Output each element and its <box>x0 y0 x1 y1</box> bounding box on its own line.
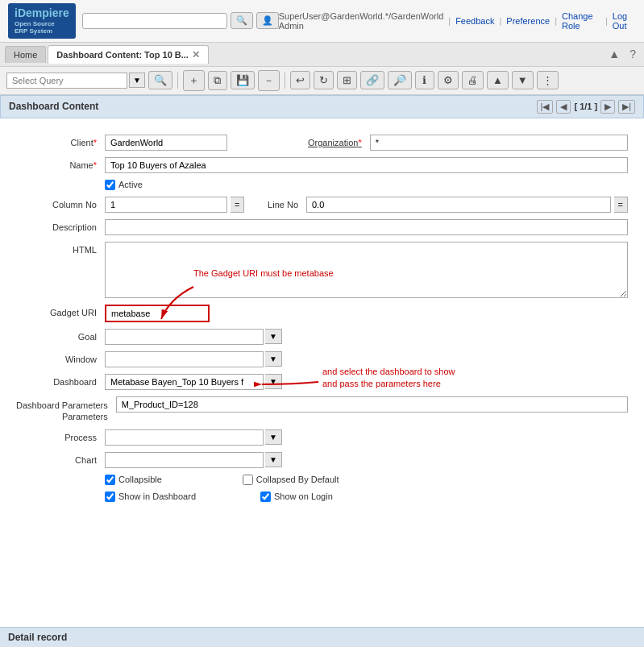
nav-first-button[interactable]: |◀ <box>537 100 554 114</box>
active-label[interactable]: Active <box>118 180 143 189</box>
toolbar: ▼ 🔍 ＋ ⧉ 💾 － ↩ ↻ ⊞ 🔗 🔎 ℹ ⚙ 🖨 ▲ ▼ ⋮ <box>0 67 644 95</box>
dashboard-dropdown-button[interactable]: ▼ <box>265 374 282 389</box>
line-no-input[interactable] <box>306 197 611 213</box>
name-input[interactable] <box>105 157 628 173</box>
goal-input[interactable] <box>105 329 264 345</box>
logo: iDempiere Open Source ERP System <box>8 3 76 39</box>
select-query-dropdown-button[interactable]: ▼ <box>129 73 145 88</box>
chart-label: Chart <box>16 452 97 465</box>
description-label: Description <box>16 219 97 232</box>
column-no-group: = <box>105 197 185 213</box>
select-query-input[interactable] <box>6 73 127 89</box>
sep3: | <box>555 16 557 26</box>
tab-bar: Home Dashboard Content: Top 10 B... ✕ ▲ … <box>0 43 644 67</box>
preference-link[interactable]: Preference <box>506 16 550 26</box>
tab-home[interactable]: Home <box>5 46 46 63</box>
nav-next-button[interactable]: ▶ <box>600 100 615 114</box>
process-input[interactable] <box>105 429 264 446</box>
change-role-link[interactable]: Change Role <box>562 11 600 31</box>
global-search-input[interactable] <box>82 13 227 29</box>
toolbar-info-button[interactable]: ℹ <box>415 71 434 89</box>
chart-dropdown-button[interactable]: ▼ <box>265 452 282 467</box>
active-checkbox[interactable] <box>105 180 115 190</box>
html-textarea[interactable] <box>105 242 628 298</box>
toolbar-gear-button[interactable]: ⚙ <box>438 71 459 89</box>
toolbar-grid-button[interactable]: ⊞ <box>337 71 357 89</box>
show-row: Show in Dashboard Show on Login <box>105 491 628 502</box>
html-label: HTML <box>16 242 97 255</box>
collapsed-by-default-checkbox[interactable] <box>243 475 253 485</box>
tab-actions: ▲ ? <box>605 46 639 62</box>
feedback-link[interactable]: Feedback <box>455 16 494 26</box>
line-no-label: Line No <box>250 197 298 209</box>
log-out-link[interactable]: Log Out <box>613 11 636 31</box>
dashboard-params-input[interactable] <box>116 396 628 413</box>
search-button[interactable]: 🔍 <box>231 12 253 29</box>
toolbar-separator-1 <box>177 73 178 89</box>
toolbar-more-button[interactable]: ⋮ <box>537 71 559 89</box>
nav-info: [ 1/1 ] <box>574 102 597 111</box>
user-icon-button[interactable]: 👤 <box>256 12 279 29</box>
toolbar-attach-button[interactable]: 🔗 <box>360 71 384 89</box>
toolbar-copy-button[interactable]: ⧉ <box>208 71 227 90</box>
collapsed-by-default-label[interactable]: Collapsed By Default <box>256 475 339 484</box>
client-org-row: Client* Organization* <box>16 135 628 151</box>
description-input[interactable] <box>105 219 628 235</box>
bottom-bar: Detail record <box>0 627 644 647</box>
name-row: Name* <box>16 157 628 173</box>
show-on-login-checkbox[interactable] <box>260 491 271 502</box>
toolbar-save-button[interactable]: 💾 <box>231 71 255 89</box>
html-row: HTML <box>16 242 628 298</box>
org-input[interactable] <box>370 135 628 151</box>
toolbar-refresh-button[interactable]: ↻ <box>314 71 334 89</box>
toolbar-delete-button[interactable]: － <box>258 70 280 91</box>
dashboard-row: Dashboard ▼ and select the dashboard to … <box>16 374 628 390</box>
column-line-row: Column No = Line No = <box>16 197 628 213</box>
goal-select-wrapper: ▼ <box>105 329 282 345</box>
line-no-calc-button[interactable]: = <box>614 197 628 213</box>
window-dropdown-button[interactable]: ▼ <box>265 351 282 367</box>
toolbar-nav-down-button[interactable]: ▼ <box>512 71 534 89</box>
gadget-uri-input[interactable] <box>105 305 210 322</box>
toolbar-search-button[interactable]: 🔍 <box>148 71 172 89</box>
toolbar-separator-2 <box>285 73 285 89</box>
dashboard-params-row: Dashboard Parameters Parameters <box>16 396 628 423</box>
nav-last-button[interactable]: ▶| <box>618 100 635 114</box>
window-label: Window <box>16 351 97 364</box>
tab-dashboard-label: Dashboard Content: Top 10 B... <box>56 50 189 60</box>
collapsible-label[interactable]: Collapsible <box>118 475 162 484</box>
toolbar-print-button[interactable]: 🖨 <box>462 71 484 89</box>
toolbar-nav-up-button[interactable]: ▲ <box>487 71 509 89</box>
window-input[interactable] <box>105 351 264 367</box>
section-header: Dashboard Content |◀ ◀ [ 1/1 ] ▶ ▶| <box>0 95 644 118</box>
top-bar-left: iDempiere Open Source ERP System 🔍 👤 <box>8 3 279 39</box>
tab-dashboard-content[interactable]: Dashboard Content: Top 10 B... ✕ <box>48 45 209 64</box>
nav-prev-button[interactable]: ◀ <box>556 100 571 114</box>
tab-home-label: Home <box>14 50 37 60</box>
dashboard-label: Dashboard <box>16 374 97 387</box>
tab-scroll-up-button[interactable]: ▲ <box>605 46 623 62</box>
toolbar-undo-button[interactable]: ↩ <box>290 71 310 89</box>
collapsible-group: Collapsible <box>105 475 162 485</box>
dashboard-input[interactable] <box>105 374 264 390</box>
show-in-dashboard-label[interactable]: Show in Dashboard <box>118 491 196 501</box>
user-info: SuperUser@GardenWorld.*/GardenWorld Admi… <box>279 11 444 31</box>
client-label: Client* <box>16 135 97 147</box>
goal-dropdown-button[interactable]: ▼ <box>265 329 282 344</box>
column-no-label: Column No <box>16 197 97 209</box>
tab-help-button[interactable]: ? <box>626 46 639 62</box>
toolbar-new-button[interactable]: ＋ <box>183 70 205 91</box>
column-no-calc-button[interactable]: = <box>231 197 244 213</box>
process-dropdown-button[interactable]: ▼ <box>265 429 282 445</box>
collapsible-checkbox[interactable] <box>105 475 115 485</box>
close-tab-icon[interactable]: ✕ <box>192 49 200 60</box>
chart-input[interactable] <box>105 452 264 468</box>
process-select-wrapper: ▼ <box>105 429 282 446</box>
client-input[interactable] <box>105 135 227 151</box>
toolbar-zoom-button[interactable]: 🔎 <box>388 71 412 89</box>
show-in-dashboard-checkbox[interactable] <box>105 491 115 502</box>
column-no-input[interactable] <box>105 197 227 213</box>
show-on-login-label[interactable]: Show on Login <box>274 491 333 501</box>
goal-row: Goal ▼ <box>16 329 628 345</box>
dashboard-select-wrapper: ▼ <box>105 374 282 390</box>
